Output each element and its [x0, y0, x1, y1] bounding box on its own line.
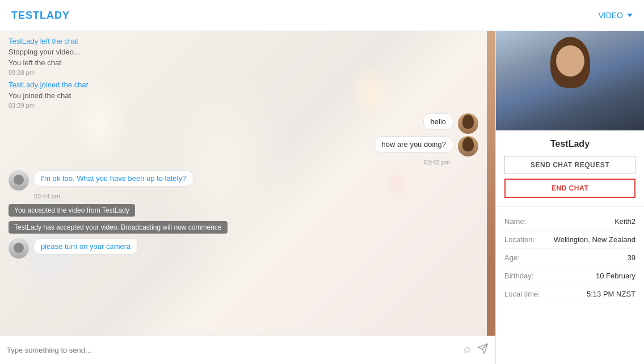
avatar	[458, 113, 478, 134]
detail-row-birthday: Birthday: 10 February	[504, 267, 635, 285]
detail-row-location: Location: Wellington, New Zealand	[504, 231, 635, 249]
chat-input[interactable]	[7, 346, 458, 354]
detail-value-birthday: 10 February	[596, 272, 635, 280]
message-row: I'm ok too. What you have been up to lat…	[9, 170, 478, 191]
message-timestamp: 09:38 pm	[9, 69, 478, 76]
avatar	[9, 170, 29, 191]
system-message: You joined the chat	[9, 91, 478, 100]
detail-label: Birthday:	[504, 272, 533, 280]
detail-row-age: Age: 39	[504, 249, 635, 267]
detail-row-name: Name: Keith2	[504, 213, 635, 231]
message-row: how are you doing?	[9, 136, 478, 156]
profile-name: TestLady	[504, 139, 635, 149]
avatar	[458, 136, 478, 156]
message-timestamp: 03:44 pm	[9, 193, 478, 200]
emoji-icon[interactable]: ☺	[462, 344, 473, 356]
detail-value-localtime: 5:13 PM NZST	[587, 290, 635, 298]
chat-messages[interactable]: TestLady left the chat Stopping your vid…	[0, 31, 487, 336]
system-message: Stopping your video...	[9, 48, 478, 56]
profile-section: TestLady SEND CHAT REQUEST END CHAT	[496, 130, 644, 207]
send-icon[interactable]	[477, 343, 489, 357]
system-message: TestLady joined the chat	[9, 81, 478, 89]
detail-label: Age:	[504, 253, 520, 262]
chat-bubble: please turn on your camera	[33, 238, 138, 255]
send-chat-request-button[interactable]: SEND CHAT REQUEST	[504, 156, 635, 174]
detail-value-name: Keith2	[614, 217, 635, 226]
message-timestamp: 03:39 pm	[9, 102, 478, 109]
detail-label: Location:	[504, 235, 534, 244]
message-row: hello	[9, 113, 478, 134]
chat-bubble: hello	[423, 113, 453, 130]
end-chat-button[interactable]: END CHAT	[504, 179, 635, 198]
chat-bubble: how are you doing?	[374, 136, 453, 153]
detail-value-location: Wellington, New Zealand	[554, 235, 635, 244]
status-message: TestLady has accepted your video. Broadc…	[9, 221, 478, 236]
profile-details: Name: Keith2 Location: Wellington, New Z…	[496, 207, 644, 309]
chevron-down-icon	[627, 14, 633, 17]
message-row: please turn on your camera	[9, 238, 478, 259]
header: TESTLADY VIDEO	[0, 0, 644, 31]
chat-input-area: ☺	[0, 336, 495, 364]
detail-value-age: 39	[628, 253, 635, 262]
detail-label: Name:	[504, 217, 526, 226]
chat-bubble: I'm ok too. What you have been up to lat…	[33, 170, 193, 187]
avatar	[9, 238, 29, 259]
page-title: TESTLADY	[11, 10, 70, 22]
profile-photo	[496, 31, 644, 130]
main-area: TestLady left the chat Stopping your vid…	[0, 31, 644, 364]
system-message: TestLady left the chat	[9, 37, 478, 45]
detail-row-localtime: Local time: 5:13 PM NZST	[504, 285, 635, 303]
right-sidebar: TestLady SEND CHAT REQUEST END CHAT Name…	[495, 31, 644, 364]
status-message: You accepted the video from TestLady	[9, 204, 478, 219]
message-timestamp: 03:43 pm	[9, 159, 478, 166]
chat-video-area: TestLady left the chat Stopping your vid…	[0, 31, 495, 364]
video-button[interactable]: VIDEO	[598, 11, 633, 20]
detail-label: Local time:	[504, 290, 540, 298]
system-message: You left the chat	[9, 58, 478, 67]
